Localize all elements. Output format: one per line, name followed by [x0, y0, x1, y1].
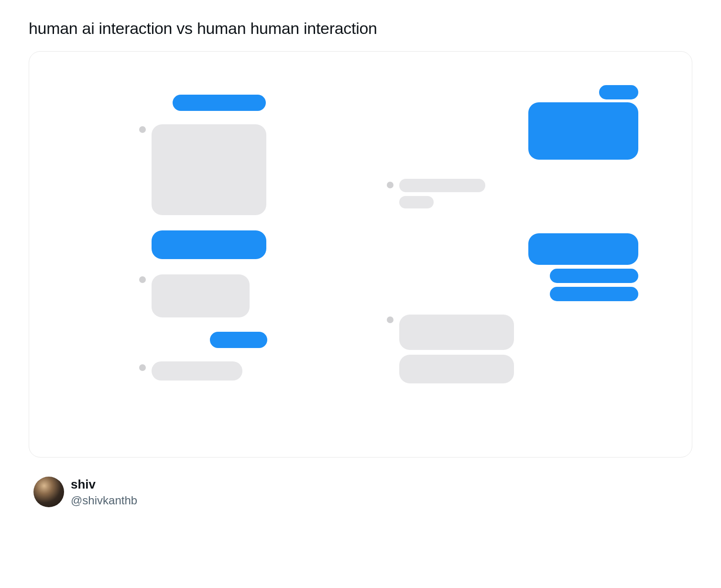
avatar-dot-icon — [139, 126, 146, 133]
received-bubble — [399, 196, 434, 208]
avatar-dot-icon — [387, 182, 393, 188]
sent-bubble — [210, 332, 267, 348]
chat-column-right — [372, 80, 663, 428]
sent-bubble — [550, 287, 638, 301]
received-bubble — [399, 179, 485, 192]
sent-bubble — [528, 102, 638, 160]
author-row[interactable]: shiv @shivkanthb — [29, 477, 692, 508]
avatar-dot-icon — [387, 316, 393, 323]
author-text: shiv @shivkanthb — [71, 477, 137, 508]
received-bubble — [152, 124, 266, 215]
avatar-dot-icon — [139, 364, 146, 371]
sent-bubble — [550, 269, 638, 283]
author-handle[interactable]: @shivkanthb — [71, 493, 137, 508]
received-bubble — [152, 361, 242, 381]
author-avatar[interactable] — [33, 477, 64, 507]
post-title: human ai interaction vs human human inte… — [29, 19, 692, 38]
received-bubble — [152, 274, 250, 317]
sent-bubble — [152, 230, 266, 259]
author-name[interactable]: shiv — [71, 477, 137, 493]
chat-column-left — [58, 80, 349, 428]
sent-bubble — [173, 95, 266, 111]
post-image-card[interactable] — [29, 51, 692, 457]
sent-bubble — [528, 233, 638, 265]
received-bubble — [399, 355, 514, 383]
social-post: human ai interaction vs human human inte… — [29, 19, 692, 508]
received-bubble — [399, 315, 514, 350]
avatar-dot-icon — [139, 276, 146, 283]
sent-bubble — [599, 85, 638, 99]
